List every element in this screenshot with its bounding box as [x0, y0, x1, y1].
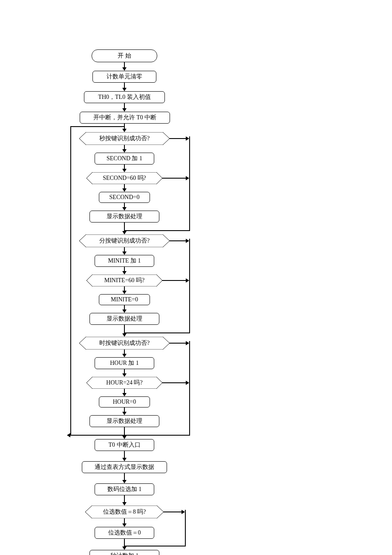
- node-hour-zero: HOUR=0: [99, 396, 150, 408]
- label: MINITE 加 1: [108, 257, 141, 265]
- label: 数码位选加 1: [107, 486, 142, 493]
- node-d-hour: 时按键识别成功否?: [79, 337, 170, 350]
- node-disp2: 显示数据处理: [89, 313, 159, 325]
- label: MINITE=0: [111, 296, 138, 304]
- node-hour-inc: HOUR 加 1: [95, 357, 154, 369]
- label: 秒按键识别成功否?: [99, 135, 150, 142]
- node-min-zero: MINITE=0: [99, 294, 150, 305]
- label: 通过查表方式显示数据: [95, 464, 154, 471]
- label: 开中断，并允许 T0 中断: [93, 114, 157, 121]
- node-d-min: 分按键识别成功否?: [79, 234, 170, 247]
- node-int-on: 开中断，并允许 T0 中断: [80, 112, 170, 124]
- label: 开 始: [118, 52, 131, 60]
- node-d-min60: MINITE=60 吗?: [86, 275, 162, 286]
- label: 计数单元清零: [107, 73, 142, 81]
- label: HOUR=0: [113, 399, 136, 406]
- label: HOUR=24 吗?: [106, 379, 142, 387]
- node-d-digit8: 位选数值＝8 吗?: [85, 506, 164, 518]
- label: 秒计数加 1: [110, 552, 139, 555]
- label: SECOND=0: [110, 194, 140, 201]
- label: MINITE=60 吗?: [104, 277, 145, 284]
- node-d-sec60: SECOND=60 吗?: [86, 172, 162, 184]
- node-digit-zero: 位选数值＝0: [95, 527, 154, 539]
- label: T0 中断入口: [108, 442, 140, 449]
- node-start: 开 始: [92, 49, 157, 62]
- label: 显示数据处理: [107, 418, 142, 425]
- node-sec-inc: SECOND 加 1: [95, 153, 154, 165]
- node-load: TH0，TL0 装入初值: [84, 91, 165, 103]
- flowchart-canvas: 开 始 计数单元清零 TH0，TL0 装入初值 开中断，并允许 T0 中断 秒按…: [0, 0, 392, 555]
- label: 时按键识别成功否?: [99, 340, 150, 347]
- label: SECOND=60 吗?: [103, 175, 146, 182]
- node-digit-inc: 数码位选加 1: [95, 483, 154, 495]
- node-d-hour24: HOUR=24 吗?: [86, 377, 162, 389]
- label: 位选数值＝8 吗?: [103, 509, 146, 516]
- label: 位选数值＝0: [108, 529, 141, 537]
- label: 分按键识别成功否?: [99, 237, 150, 245]
- node-sec-zero: SECOND=0: [99, 192, 150, 203]
- node-disp3: 显示数据处理: [89, 415, 159, 427]
- node-d-sec: 秒按键识别成功否?: [79, 132, 170, 145]
- label: 显示数据处理: [107, 213, 142, 220]
- label: HOUR 加 1: [110, 360, 139, 367]
- node-lookup: 通过查表方式显示数据: [82, 461, 167, 473]
- label: 显示数据处理: [107, 315, 142, 323]
- label: TH0，TL0 装入初值: [98, 94, 150, 101]
- node-disp1: 显示数据处理: [89, 211, 159, 223]
- node-min-inc: MINITE 加 1: [95, 255, 154, 267]
- node-t0-entry: T0 中断入口: [95, 439, 154, 451]
- node-sec-cnt: 秒计数加 1: [89, 550, 159, 555]
- label: SECOND 加 1: [107, 155, 142, 162]
- node-clear: 计数单元清零: [92, 71, 156, 83]
